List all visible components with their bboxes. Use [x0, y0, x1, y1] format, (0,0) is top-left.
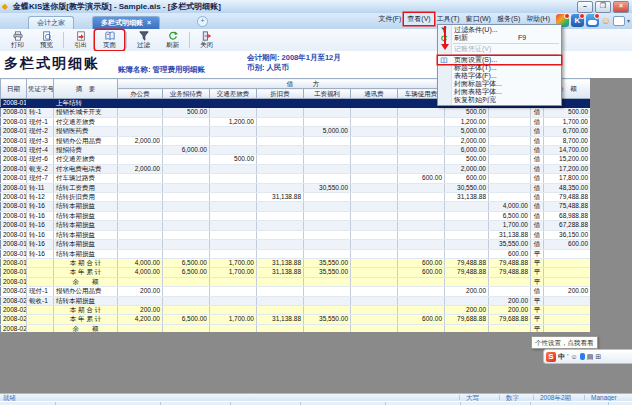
cell[interactable]: 2008-01-0	[1, 117, 27, 126]
cell[interactable]: 2008-01-0	[1, 136, 27, 145]
keyboard-icon[interactable]: ▤	[587, 353, 594, 361]
cell[interactable]	[351, 324, 398, 332]
cell[interactable]: 现付-4	[27, 146, 54, 155]
menu-item-filter-condition[interactable]: 过滤条件(U)...	[438, 26, 561, 34]
cell[interactable]	[304, 211, 351, 220]
table-row[interactable]: 2008-01-0转-1报销长城卡开支500.00500.00借500.00	[1, 108, 591, 117]
cell[interactable]: 2008-01-3	[1, 268, 27, 277]
cell[interactable]: 报招待费	[54, 146, 118, 155]
cell[interactable]	[257, 174, 304, 183]
cell[interactable]	[27, 315, 54, 324]
cell[interactable]	[304, 249, 351, 258]
cell[interactable]: 200.00	[445, 287, 489, 296]
cell[interactable]	[489, 108, 531, 117]
cell[interactable]: 现付-7	[27, 174, 54, 183]
cell[interactable]: 4,200.00	[118, 315, 163, 324]
cell[interactable]	[544, 305, 591, 314]
cell[interactable]	[351, 315, 398, 324]
menu-item-table-font[interactable]: 表格字体(F)...	[438, 72, 561, 80]
cell[interactable]	[210, 287, 257, 296]
cell[interactable]: 2008-01-3	[1, 193, 27, 202]
cell[interactable]	[351, 305, 398, 314]
cell[interactable]	[304, 202, 351, 211]
cell[interactable]	[210, 183, 257, 192]
cell[interactable]	[304, 146, 351, 155]
chevron-down-icon[interactable]: ▾	[627, 17, 630, 24]
cell[interactable]: 借	[531, 164, 544, 173]
cell[interactable]	[210, 136, 257, 145]
cell[interactable]: 31,138.88	[257, 258, 304, 267]
cell[interactable]	[445, 240, 489, 249]
cell[interactable]	[445, 202, 489, 211]
cell[interactable]: 2008-01-0	[1, 146, 27, 155]
cell[interactable]: 借	[531, 155, 544, 164]
cell[interactable]: 结转本期损益	[54, 296, 118, 305]
table-row[interactable]: 2008-01-3转-16结转本期损益6,500.00借68,988.88	[1, 211, 591, 220]
cell[interactable]: 31,138.88	[257, 193, 304, 202]
cell[interactable]: 600.00	[398, 258, 445, 267]
tab-accounting-home[interactable]: 会计之家	[28, 16, 74, 29]
column-header[interactable]: 工资福利	[304, 89, 351, 99]
cell[interactable]: 200.00	[445, 305, 489, 314]
column-header[interactable]: 办公费	[118, 89, 163, 99]
cell[interactable]	[163, 211, 210, 220]
cell[interactable]	[489, 287, 531, 296]
cell[interactable]	[163, 221, 210, 230]
cell[interactable]: 本 期 合 计	[54, 258, 118, 267]
cell[interactable]	[445, 249, 489, 258]
microphone-icon[interactable]	[580, 353, 585, 360]
cell[interactable]	[27, 277, 54, 286]
cloud-icon[interactable]	[586, 14, 599, 27]
cell[interactable]	[489, 117, 531, 126]
cell[interactable]	[398, 155, 445, 164]
cell[interactable]	[304, 240, 351, 249]
cell[interactable]: 1,700.00	[210, 268, 257, 277]
cell[interactable]	[27, 305, 54, 314]
cell[interactable]: 600.00	[489, 249, 531, 258]
cell[interactable]	[118, 155, 163, 164]
column-header[interactable]: 折旧费	[257, 89, 304, 99]
cell[interactable]	[257, 287, 304, 296]
cell[interactable]: 4,000.00	[118, 268, 163, 277]
cell[interactable]	[398, 108, 445, 117]
cell[interactable]	[210, 240, 257, 249]
cell[interactable]	[163, 99, 210, 108]
cell[interactable]: 79,488.88	[544, 193, 591, 202]
cell[interactable]: 报销医药费	[54, 127, 118, 136]
cell[interactable]: 79,488.88	[445, 268, 489, 277]
column-header[interactable]: 交通差旅费	[210, 89, 257, 99]
cell[interactable]	[351, 296, 398, 305]
cell[interactable]	[118, 117, 163, 126]
cell[interactable]: 15,200.00	[544, 155, 591, 164]
cell[interactable]	[398, 193, 445, 202]
cell[interactable]: 借	[531, 221, 544, 230]
debit-group-header[interactable]: 借 方	[118, 79, 489, 89]
cell[interactable]: 31,138.88	[489, 230, 531, 239]
cell[interactable]: 转-1	[27, 108, 54, 117]
cell[interactable]	[210, 211, 257, 220]
print-button[interactable]: 打印	[3, 30, 32, 50]
cell[interactable]	[118, 127, 163, 136]
cell[interactable]	[118, 193, 163, 202]
table-row[interactable]: 2008-01-0银支-2付水电费电话费2,000.002,000.00借17,…	[1, 164, 591, 173]
cell[interactable]: 600.00	[398, 315, 445, 324]
cell[interactable]: 2008-02-0	[1, 287, 27, 296]
cell[interactable]	[544, 268, 591, 277]
cell[interactable]	[118, 99, 163, 108]
cell[interactable]	[351, 287, 398, 296]
cell[interactable]	[257, 249, 304, 258]
cell[interactable]	[304, 108, 351, 117]
cell[interactable]	[351, 230, 398, 239]
kingdee-k-icon[interactable]: K	[571, 14, 584, 27]
cell[interactable]	[351, 183, 398, 192]
cell[interactable]	[351, 136, 398, 145]
cell[interactable]: 35,550.00	[304, 268, 351, 277]
cell[interactable]: 借	[531, 108, 544, 117]
cell[interactable]	[445, 221, 489, 230]
cell[interactable]: 转-12	[27, 193, 54, 202]
cell[interactable]: 79,688.88	[489, 315, 531, 324]
cell[interactable]	[398, 221, 445, 230]
cell[interactable]: 67,288.88	[544, 221, 591, 230]
cell[interactable]: 平	[531, 296, 544, 305]
cell[interactable]: 银收-1	[27, 296, 54, 305]
